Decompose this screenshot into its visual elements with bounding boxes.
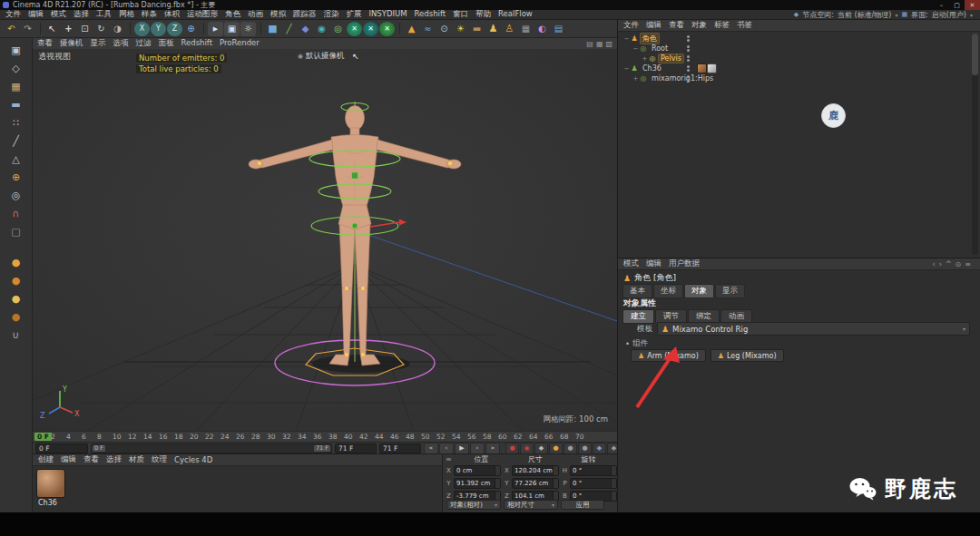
object-manager-menu-item[interactable]: 对象 xyxy=(691,20,707,31)
polygons-mode-icon[interactable]: △ xyxy=(6,150,26,168)
next-frame-button[interactable]: › xyxy=(470,443,485,454)
go-to-end-button[interactable]: » xyxy=(485,443,500,454)
size-mode-dropdown[interactable]: 相对尺寸▾ xyxy=(504,500,558,510)
layout-toggle-icon[interactable]: ▧ xyxy=(605,40,612,48)
expand-toggle[interactable]: − xyxy=(632,45,639,53)
render-picture-viewer-icon[interactable]: ▣ xyxy=(224,22,240,36)
object-manager-menu-item[interactable]: 查看 xyxy=(669,20,684,31)
node-space-value[interactable]: 当前 (标准/物理) xyxy=(838,10,891,20)
material-menu-item[interactable]: 创建 xyxy=(38,454,54,465)
object-tag[interactable] xyxy=(708,64,716,73)
redo-icon[interactable]: ↷ xyxy=(20,22,35,36)
viewport-menu-item[interactable]: ProRender xyxy=(220,38,260,49)
viewport-menu-item[interactable]: 面板 xyxy=(159,38,174,49)
workplane-mode-icon[interactable]: ▬ xyxy=(6,95,26,113)
size-field[interactable]: 120.204 cm xyxy=(512,465,559,476)
panel-menu-icon[interactable]: ≡ xyxy=(965,260,971,268)
floor-icon[interactable]: ▬ xyxy=(469,22,485,36)
pin-icon[interactable]: ⊙ xyxy=(956,260,962,268)
menu-item[interactable]: 帮助 xyxy=(475,9,491,20)
object-manager-menu-item[interactable]: 编辑 xyxy=(646,20,662,31)
move-tool-icon[interactable]: + xyxy=(61,22,76,36)
rotation-field[interactable]: 0 ° xyxy=(570,465,617,476)
expand-toggle[interactable]: − xyxy=(623,65,630,73)
subdivision-surface-icon[interactable]: ◆ xyxy=(298,22,313,36)
quicktab-icon[interactable]: ▤ xyxy=(551,22,566,36)
play-button[interactable]: ▶ xyxy=(455,443,469,454)
apply-button[interactable]: 应用 xyxy=(561,500,604,510)
points-mode-icon[interactable]: ∷ xyxy=(6,113,26,132)
menu-item[interactable]: 动画 xyxy=(248,9,263,20)
menu-item[interactable]: 窗口 xyxy=(453,9,468,20)
render-view-icon[interactable]: ▶ xyxy=(208,22,223,36)
cube-primitive-icon[interactable]: ■ xyxy=(265,22,280,36)
attribute-tab[interactable]: 对象 xyxy=(684,284,714,298)
visibility-dots[interactable] xyxy=(687,75,690,82)
viewport-menu-item[interactable]: 显示 xyxy=(91,38,106,49)
render-settings-icon[interactable]: ☼ xyxy=(240,22,256,36)
material-menu-item[interactable]: 编辑 xyxy=(61,454,76,465)
texture-mode-icon[interactable]: ▦ xyxy=(6,77,26,95)
template-dropdown[interactable]: ♟ Mixamo Control Rig ▾ xyxy=(657,322,970,336)
viewport-menu-item[interactable]: 选项 xyxy=(113,38,129,49)
record-rotation-button[interactable]: ● xyxy=(578,443,592,454)
separator[interactable] xyxy=(260,23,261,34)
visibility-dots[interactable] xyxy=(687,65,690,72)
menu-item[interactable]: 文件 xyxy=(5,9,21,20)
material-menu-item[interactable]: Cycles 4D xyxy=(174,455,212,464)
expand-toggle[interactable]: + xyxy=(632,75,639,83)
object-name[interactable]: Ch36 xyxy=(641,64,663,73)
timeline-playhead[interactable]: 0 F xyxy=(34,433,52,441)
quantize-icon[interactable]: ∪ xyxy=(6,326,26,344)
separator[interactable] xyxy=(203,23,204,34)
separator[interactable] xyxy=(130,23,131,34)
attribute-menu-item[interactable]: 模式 xyxy=(623,258,639,269)
menu-item[interactable]: 编辑 xyxy=(28,9,44,20)
previous-frame-button[interactable]: ‹ xyxy=(439,443,454,454)
bodypaint-icon[interactable]: ◐ xyxy=(534,22,550,36)
workplane-lock-icon[interactable]: ▢ xyxy=(6,222,26,240)
go-to-start-button[interactable]: « xyxy=(424,443,438,454)
size-field[interactable]: 77.226 cm xyxy=(512,478,559,489)
chest-controller-handle[interactable] xyxy=(352,172,358,179)
menu-item[interactable]: 工具 xyxy=(96,9,112,20)
light-icon[interactable]: ☀ xyxy=(453,22,468,36)
model-mode-icon[interactable]: ◇ xyxy=(6,59,26,77)
y-axis-lock-icon[interactable]: Y xyxy=(151,22,166,36)
attribute-menu-item[interactable]: 编辑 xyxy=(646,258,662,269)
range-end-handle[interactable]: 71 F xyxy=(314,445,330,452)
object-manager-menu-item[interactable]: 标签 xyxy=(714,20,730,31)
scale-tool-icon[interactable]: ⊡ xyxy=(77,22,93,36)
interface-value[interactable]: 启动(用户) xyxy=(932,10,966,20)
viewport-solo-icon[interactable]: ◎ xyxy=(6,186,26,204)
keyframe-selection-button[interactable]: ◆ xyxy=(534,443,548,454)
separator[interactable] xyxy=(40,23,41,34)
menu-item[interactable]: 角色 xyxy=(225,9,240,20)
up-one-level-icon[interactable]: ^ xyxy=(946,260,952,268)
autokey-button[interactable]: ◉ xyxy=(520,443,534,454)
viewport-menu-item[interactable]: Redshift xyxy=(181,38,213,49)
menu-item[interactable]: 运动图形 xyxy=(187,9,218,20)
xparticles-emitter-icon[interactable]: ✕ xyxy=(347,22,362,36)
coordinates-menu-icon[interactable]: ≡ xyxy=(446,455,455,463)
pelvis-controller-handle[interactable] xyxy=(352,223,358,229)
simulation-icon[interactable]: ≈ xyxy=(420,22,436,36)
object-manager-menu-item[interactable]: 文件 xyxy=(623,20,639,31)
live-selection-icon[interactable]: ↖ xyxy=(44,22,60,36)
maximize-button[interactable]: ▢ xyxy=(949,0,965,10)
object-row[interactable]: − ◎ Root xyxy=(618,44,971,54)
paint-fill-icon[interactable]: ● xyxy=(6,289,26,307)
timeline-ruler[interactable]: 0246810121416182022242628303234363840424… xyxy=(33,431,617,442)
close-button[interactable]: ✕ xyxy=(965,0,980,10)
visibility-dots[interactable] xyxy=(687,45,690,52)
range-start-handle[interactable]: 0 F xyxy=(93,445,105,452)
paint-pencil-icon[interactable]: ● xyxy=(6,271,26,289)
mograph-icon[interactable]: ◉ xyxy=(314,22,329,36)
expand-toggle[interactable]: − xyxy=(623,35,630,43)
object-name[interactable]: mixamorig1:Hips xyxy=(650,74,715,83)
object-manager-menu-item[interactable]: 书签 xyxy=(737,20,752,31)
character-rig-icon[interactable]: ♟ xyxy=(485,22,501,36)
material-name[interactable]: Ch36 xyxy=(38,499,57,507)
layout-four-views-icon[interactable]: ▦ xyxy=(596,40,603,48)
menu-item[interactable]: 体积 xyxy=(164,9,180,20)
